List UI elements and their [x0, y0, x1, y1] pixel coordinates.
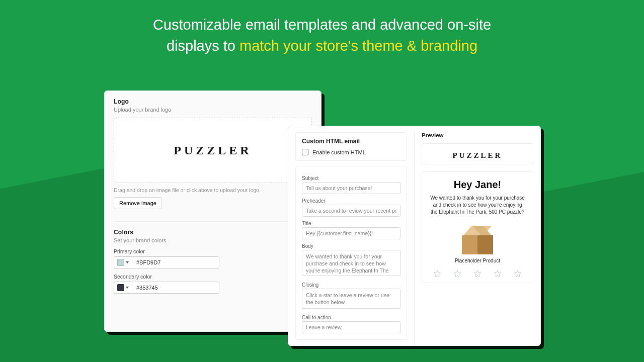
- logo-dropzone[interactable]: PUZZLER: [114, 118, 312, 183]
- preview-star-row: [427, 267, 528, 280]
- swatch-chip-icon: [117, 259, 124, 266]
- preview-brand-logo: PUZZLER: [453, 151, 503, 159]
- colors-section-sub: Set your brand colors: [114, 237, 312, 243]
- preview-greeting: Hey Jane!: [427, 179, 528, 191]
- primary-color-input[interactable]: [132, 256, 219, 268]
- colors-section-title: Colors: [114, 229, 312, 236]
- secondary-color-swatch[interactable]: [114, 282, 132, 294]
- email-editor-panel: Custom HTML email Enable custom HTML Sub…: [288, 126, 541, 346]
- headline-line2-white: displays to: [167, 38, 239, 54]
- brand-logo-text: PUZZLER: [174, 144, 252, 157]
- closing-input[interactable]: [302, 289, 400, 309]
- cta-input[interactable]: [302, 321, 400, 333]
- logo-hint: Drag and drop an image file or click abo…: [114, 187, 312, 193]
- chevron-down-icon: [126, 287, 129, 289]
- preview-product-name: Placeholder Product: [427, 258, 528, 263]
- enable-custom-html-label: Enable custom HTML: [312, 149, 366, 155]
- chevron-down-icon: [126, 261, 129, 263]
- star-icon[interactable]: [514, 269, 522, 280]
- custom-html-title: Custom HTML email: [302, 138, 400, 145]
- primary-color-label: Primary color: [114, 248, 312, 254]
- logo-section-sub: Upload your brand logo: [114, 107, 312, 113]
- closing-label: Closing: [302, 282, 400, 288]
- subject-input[interactable]: [302, 182, 400, 194]
- package-icon: [462, 226, 493, 255]
- remove-image-button[interactable]: Remove image: [114, 197, 162, 209]
- preview-column: Preview PUZZLER Hey Jane! We wanted to t…: [414, 132, 533, 345]
- secondary-color-input[interactable]: [132, 282, 219, 294]
- secondary-color-label: Secondary color: [114, 274, 312, 280]
- preview-message: We wanted to thank you for your purchase…: [427, 195, 528, 216]
- secondary-color-row: [114, 282, 219, 294]
- title-label: Title: [302, 221, 400, 226]
- preview-title: Preview: [422, 132, 533, 138]
- preview-email-body: Hey Jane! We wanted to thank you for you…: [422, 171, 533, 283]
- primary-color-row: [114, 256, 219, 268]
- preheader-label: Preheader: [302, 198, 400, 204]
- email-form-column: Custom HTML email Enable custom HTML Sub…: [295, 132, 407, 345]
- subject-label: Subject: [302, 175, 400, 181]
- enable-custom-html-input[interactable]: [302, 149, 308, 155]
- logo-section-title: Logo: [114, 98, 312, 105]
- star-icon[interactable]: [473, 269, 481, 280]
- star-icon[interactable]: [433, 269, 441, 280]
- preheader-input[interactable]: [302, 205, 400, 217]
- primary-color-swatch[interactable]: [114, 256, 132, 268]
- cta-label: Call to action: [302, 315, 400, 320]
- body-input[interactable]: [302, 250, 400, 276]
- title-input[interactable]: [302, 227, 400, 239]
- star-icon[interactable]: [494, 269, 502, 280]
- body-label: Body: [302, 243, 400, 249]
- headline-line2-yellow: match your store's theme & branding: [239, 38, 477, 54]
- headline: Customizable email templates and advance…: [0, 14, 644, 56]
- enable-custom-html-checkbox[interactable]: Enable custom HTML: [302, 149, 400, 155]
- swatch-chip-icon: [117, 284, 124, 291]
- headline-line1: Customizable email templates and advance…: [153, 17, 491, 33]
- star-icon[interactable]: [453, 269, 461, 280]
- preview-logo-card: PUZZLER: [422, 143, 533, 164]
